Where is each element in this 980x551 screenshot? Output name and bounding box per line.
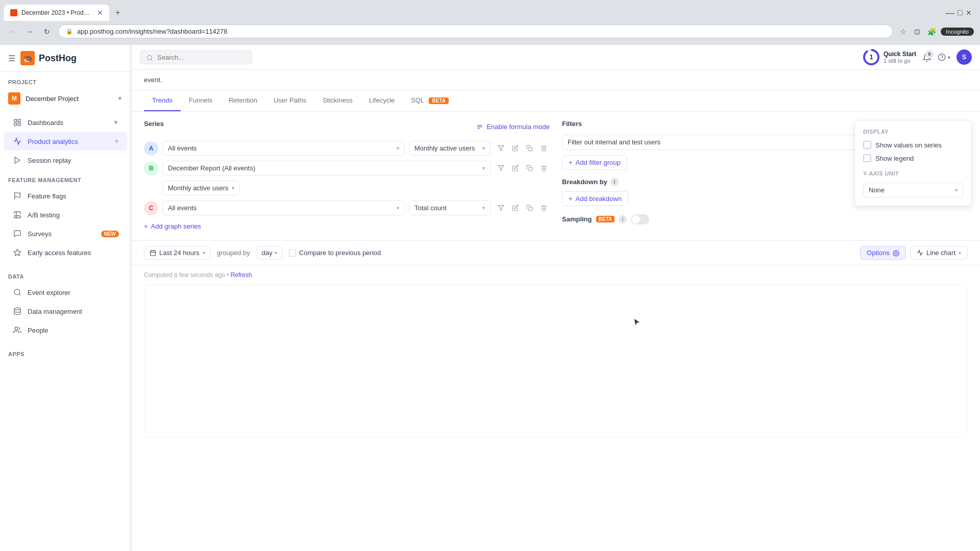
group-by-select[interactable]: day ▾ bbox=[256, 246, 283, 260]
add-series-button[interactable]: + Add graph series bbox=[144, 220, 550, 232]
series-c-copy-button[interactable] bbox=[523, 202, 535, 214]
series-b-edit-button[interactable] bbox=[509, 162, 521, 174]
sidebar-item-ab-testing[interactable]: A/B testing bbox=[4, 206, 127, 224]
search-input[interactable] bbox=[157, 54, 246, 61]
svg-text:🦔: 🦔 bbox=[22, 54, 33, 63]
enable-formula-button[interactable]: Enable formula mode bbox=[476, 123, 550, 131]
series-a-delete-button[interactable] bbox=[537, 142, 550, 155]
dashboards-label: Dashboards bbox=[28, 119, 108, 127]
svg-line-10 bbox=[19, 294, 20, 295]
add-filter-group-button[interactable]: + Add filter group bbox=[562, 155, 627, 170]
series-a-actions bbox=[495, 142, 550, 155]
reload-button[interactable]: ↻ bbox=[41, 26, 53, 38]
series-a-copy-button[interactable] bbox=[523, 142, 535, 155]
session-replay-icon bbox=[12, 155, 22, 165]
posthog-hedgehog-icon: 🦔 bbox=[20, 51, 35, 65]
chart-type-button[interactable]: Line chart ▾ bbox=[910, 246, 968, 260]
surveys-new-badge: NEW bbox=[101, 231, 119, 237]
svg-marker-6 bbox=[15, 157, 19, 163]
y-axis-unit-select[interactable]: None ▾ bbox=[863, 183, 963, 197]
extension-icon[interactable]: 🧩 bbox=[926, 27, 937, 37]
sampling-toggle[interactable] bbox=[631, 214, 649, 224]
quick-start-subtitle: 1 still to go bbox=[884, 58, 916, 64]
series-a-filter-button[interactable] bbox=[495, 142, 507, 155]
series-c-event-select[interactable]: All events ▾ bbox=[162, 201, 405, 215]
series-b-copy-button[interactable] bbox=[523, 162, 535, 174]
forward-button[interactable]: → bbox=[23, 26, 36, 38]
series-b-filter-button[interactable] bbox=[495, 162, 507, 174]
maximize-button[interactable]: □ bbox=[958, 8, 963, 17]
series-a-event-select[interactable]: All events ▾ bbox=[162, 141, 405, 156]
url-bar[interactable]: 🔒 app.posthog.com/insights/new?dashboard… bbox=[58, 24, 893, 38]
show-values-checkbox[interactable] bbox=[863, 141, 871, 149]
quick-start-button[interactable]: 1 Quick Start 1 still to go bbox=[863, 49, 916, 65]
series-c-event-chevron: ▾ bbox=[397, 205, 399, 211]
minimize-button[interactable]: — bbox=[945, 8, 954, 18]
options-button[interactable]: Options bbox=[860, 246, 906, 260]
sampling-info-icon[interactable]: i bbox=[619, 215, 627, 223]
sidebar-item-feature-flags[interactable]: Feature flags bbox=[4, 187, 127, 205]
tab-retention[interactable]: Retention bbox=[220, 90, 265, 111]
hamburger-icon[interactable]: ☰ bbox=[8, 54, 15, 63]
sidebar-item-surveys[interactable]: Surveys NEW bbox=[4, 224, 127, 243]
sidebar-scrollbar[interactable] bbox=[129, 45, 131, 551]
filter-internal-label: Filter out internal and test users bbox=[568, 138, 660, 146]
tab-trends[interactable]: Trends bbox=[144, 90, 181, 111]
display-panel: DISPLAY Show values on series Show legen… bbox=[854, 120, 972, 206]
bookmark-icon[interactable]: ☆ bbox=[898, 27, 908, 37]
notifications-button[interactable]: 0 bbox=[922, 52, 932, 63]
tab-sql[interactable]: SQL BETA bbox=[403, 90, 457, 111]
help-button[interactable]: ▾ bbox=[938, 53, 950, 61]
add-breakdown-button[interactable]: + Add breakdown bbox=[562, 191, 628, 206]
tab-funnels[interactable]: Funnels bbox=[181, 90, 220, 111]
tab-lifecycle[interactable]: Lifecycle bbox=[361, 90, 403, 111]
close-window-button[interactable]: ✕ bbox=[966, 9, 972, 17]
series-c-filter-button[interactable] bbox=[495, 202, 507, 214]
compare-period-checkbox[interactable]: Compare to previous period bbox=[289, 249, 381, 257]
series-a-metric-select[interactable]: Monthly active users ▾ bbox=[409, 141, 491, 156]
sidebar-item-data-management[interactable]: Data management bbox=[4, 302, 127, 320]
sidebar-item-dashboards[interactable]: Dashboards ▼ bbox=[4, 113, 127, 132]
series-c-metric-value: Total count bbox=[414, 204, 447, 212]
product-analytics-plus-icon[interactable]: + bbox=[114, 137, 119, 146]
tab-user-paths[interactable]: User Paths bbox=[265, 90, 314, 111]
time-range-button[interactable]: Last 24 hours ▾ bbox=[144, 246, 211, 260]
series-c-edit-button[interactable] bbox=[509, 202, 521, 214]
series-c-delete-button[interactable] bbox=[537, 202, 550, 214]
show-legend-checkbox[interactable] bbox=[863, 154, 871, 162]
series-b-delete-button[interactable] bbox=[537, 162, 550, 174]
series-column: Series Enable formula mode A All events bbox=[144, 120, 550, 232]
svg-rect-5 bbox=[18, 123, 20, 126]
new-tab-button[interactable]: + bbox=[111, 4, 124, 21]
series-b-event-select[interactable]: December Report (All events) ▾ bbox=[162, 161, 491, 176]
user-avatar[interactable]: S bbox=[957, 49, 972, 65]
back-button[interactable]: ← bbox=[6, 26, 18, 38]
series-a-edit-button[interactable] bbox=[509, 142, 521, 155]
breakdown-info-icon[interactable]: i bbox=[610, 178, 619, 186]
banner: event. bbox=[132, 70, 980, 90]
active-tab[interactable]: December 2023 • Product analy... ✕ bbox=[4, 5, 109, 21]
insight-builder: Series Enable formula mode A All events bbox=[132, 112, 980, 241]
refresh-link[interactable]: Refresh bbox=[231, 271, 252, 279]
add-breakdown-plus: + bbox=[569, 195, 573, 203]
project-selector[interactable]: M December Project ▼ bbox=[0, 88, 131, 109]
tab-close-button[interactable]: ✕ bbox=[97, 9, 103, 17]
incognito-badge: Incognito bbox=[941, 28, 974, 36]
sidebar-item-session-replay[interactable]: Session replay bbox=[4, 151, 127, 169]
sidebar-item-people[interactable]: People bbox=[4, 321, 127, 339]
search-icon bbox=[146, 53, 153, 61]
sidebar-item-early-access[interactable]: Early access features bbox=[4, 243, 127, 262]
compare-cb-box[interactable] bbox=[289, 249, 296, 257]
search-bar[interactable] bbox=[140, 50, 252, 64]
event-explorer-icon bbox=[12, 287, 22, 297]
topbar: 1 Quick Start 1 still to go 0 ▾ S bbox=[132, 45, 980, 70]
series-b-metric-select[interactable]: Monthly active users ▾ bbox=[162, 181, 240, 195]
tab-stickiness[interactable]: Stickiness bbox=[314, 90, 361, 111]
sidebar-item-event-explorer[interactable]: Event explorer bbox=[4, 283, 127, 302]
sidebar-item-product-analytics[interactable]: Product analytics + bbox=[4, 132, 127, 151]
svg-marker-21 bbox=[498, 206, 504, 211]
people-icon bbox=[12, 325, 22, 335]
cast-icon[interactable]: ⊡ bbox=[912, 27, 922, 37]
help-chevron: ▾ bbox=[948, 55, 950, 60]
series-c-metric-select[interactable]: Total count ▾ bbox=[409, 201, 491, 215]
